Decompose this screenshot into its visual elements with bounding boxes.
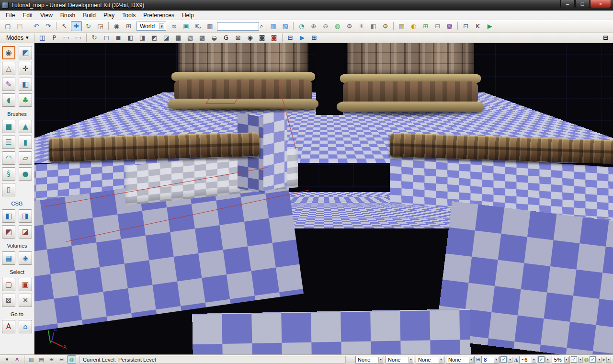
- emitter-button[interactable]: ✳: [356, 21, 367, 31]
- goto-builder-brush-button[interactable]: ⌂: [19, 320, 32, 333]
- menu-item[interactable]: View: [36, 11, 57, 20]
- modes-combo[interactable]: Modes ▾: [3, 34, 32, 42]
- open-map-button[interactable]: ▤: [14, 21, 25, 31]
- show-flags-button[interactable]: ◉: [245, 33, 256, 42]
- csg-intersect-button[interactable]: ◩: [2, 225, 15, 239]
- matinee-button[interactable]: ▥: [204, 21, 216, 31]
- menu-item[interactable]: Preferences: [139, 11, 178, 20]
- build-cover-button[interactable]: ⊟: [432, 21, 443, 31]
- foliage-mode-button[interactable]: ♣: [19, 93, 32, 107]
- decal-button[interactable]: ◧: [368, 21, 379, 31]
- rotation-grid-checkbox[interactable]: ✓: [538, 356, 545, 363]
- float-viewport-button[interactable]: ⊟: [600, 33, 611, 42]
- map-check-button[interactable]: ✕: [12, 355, 22, 364]
- shader-complexity-button[interactable]: ▧: [185, 33, 196, 42]
- scale-snap-menu-arrow[interactable]: ▾: [578, 357, 583, 363]
- csg-deintersect-button[interactable]: ◪: [19, 225, 32, 239]
- layout-2x2-button[interactable]: ⊞: [47, 355, 56, 364]
- play-in-editor-button[interactable]: ▶: [484, 21, 495, 31]
- lightmap-density-button[interactable]: ▩: [197, 33, 208, 42]
- unlit-view-button[interactable]: ◼: [113, 33, 124, 42]
- title-bar[interactable]: Tutorial_map - Unreal Development Kit (3…: [0, 0, 613, 11]
- toggle-realtime-button[interactable]: ↻: [89, 33, 100, 42]
- spiral-staircase-brush-button[interactable]: §: [2, 167, 15, 181]
- find-actors-button[interactable]: ∞: [169, 21, 180, 31]
- drag-grid-field[interactable]: 8 ▾: [481, 356, 499, 364]
- menu-item[interactable]: File: [2, 11, 19, 20]
- select-special-button[interactable]: ✕: [19, 294, 32, 307]
- minimize-button[interactable]: –: [560, 0, 575, 8]
- perspective-button[interactable]: P: [49, 33, 60, 42]
- reflections-button[interactable]: ◒: [209, 33, 220, 42]
- select-none-button[interactable]: ▣: [19, 278, 32, 291]
- cube-brush-button[interactable]: ■: [2, 120, 15, 133]
- lock-viewport-button[interactable]: ⊠: [233, 33, 244, 42]
- autosave-menu-arrow[interactable]: ▾: [597, 357, 602, 363]
- light-complexity-button[interactable]: ◪: [161, 33, 172, 42]
- new-map-button[interactable]: ▢: [2, 21, 13, 31]
- split-horizontal-button[interactable]: ▥: [27, 355, 36, 364]
- csg-add-button[interactable]: ◧: [2, 209, 15, 223]
- lathe-mode-button[interactable]: ◖: [2, 93, 15, 107]
- sheet-2-button[interactable]: ▭: [73, 33, 84, 42]
- camera-speed-button[interactable]: ◉: [111, 21, 122, 31]
- tools-gear-button[interactable]: ⚙: [380, 21, 391, 31]
- none-dropdown-3[interactable]: None ▾: [416, 356, 444, 364]
- rotation-grid-menu-arrow[interactable]: ▾: [545, 357, 550, 363]
- scale-snap-checkbox[interactable]: ✓: [571, 356, 577, 363]
- maximize-pane-button[interactable]: ◍: [67, 355, 76, 364]
- snap-settings-button[interactable]: ⊞: [123, 21, 134, 31]
- wireframe-view-button[interactable]: ◻: [101, 33, 112, 42]
- scale-snap-field[interactable]: 5% ▾: [552, 356, 570, 364]
- menu-item[interactable]: Brush: [57, 11, 79, 20]
- geometry-mode-button[interactable]: ◩: [19, 46, 32, 59]
- lit-view-button[interactable]: ◧: [125, 33, 136, 42]
- preferences-gear-button[interactable]: ⚙: [344, 21, 355, 31]
- geometry-tools-button[interactable]: ◔: [296, 21, 307, 31]
- perspective-viewport[interactable]: Y Z X: [34, 43, 613, 354]
- play-in-viewport-button[interactable]: ▶: [297, 33, 308, 42]
- scale-tool-button[interactable]: ◲: [95, 21, 106, 31]
- undo-button[interactable]: ↶: [31, 21, 42, 31]
- rotate-tool-button[interactable]: ↻: [83, 21, 94, 31]
- content-browser-button[interactable]: ▦: [268, 21, 279, 31]
- select-tool-button[interactable]: ↖: [59, 21, 70, 31]
- actor-classes-button[interactable]: ▧: [280, 21, 291, 31]
- volumetric-brush-button[interactable]: ▯: [2, 183, 15, 196]
- add-volume-button[interactable]: ▦: [2, 251, 15, 265]
- mesh-paint-mode-button[interactable]: ✎: [2, 78, 15, 91]
- menu-item[interactable]: Play: [100, 11, 118, 20]
- close-button[interactable]: ×: [590, 0, 611, 8]
- csg-subtract-button[interactable]: ◨: [19, 209, 32, 223]
- sheet-brush-button[interactable]: ▱: [19, 151, 32, 165]
- build-all-button[interactable]: ▩: [444, 21, 455, 31]
- kismet-button[interactable]: K,: [193, 21, 204, 31]
- build-geometry-button[interactable]: ▦: [396, 21, 407, 31]
- world-properties-button[interactable]: ◍: [332, 21, 343, 31]
- play-settings-button[interactable]: ⊡: [460, 21, 471, 31]
- viewport-options-button[interactable]: ⊟: [285, 33, 296, 42]
- search-actors-input[interactable]: [217, 22, 259, 31]
- attach-button[interactable]: ⊕: [308, 21, 319, 31]
- lighting-only-button[interactable]: ◩: [149, 33, 160, 42]
- detach-button[interactable]: ⊖: [320, 21, 331, 31]
- detail-lighting-button[interactable]: ◨: [137, 33, 148, 42]
- linear-staircase-brush-button[interactable]: ☰: [2, 136, 15, 149]
- layout-1x2-button[interactable]: ⊟: [57, 355, 66, 364]
- terrain-mode-button[interactable]: △: [2, 62, 15, 75]
- camera-mode-button[interactable]: ◉: [2, 46, 15, 59]
- translate-tool-button[interactable]: ✚: [71, 21, 82, 31]
- menu-item[interactable]: Help: [178, 11, 198, 20]
- sheet-1-button[interactable]: ▭: [61, 33, 72, 42]
- game-view-button[interactable]: G: [221, 33, 232, 42]
- autosave-checkbox[interactable]: ✓: [590, 356, 596, 363]
- camera-button[interactable]: ◙: [257, 33, 268, 42]
- cylinder-brush-button[interactable]: ▮: [19, 136, 32, 149]
- maximize-button[interactable]: □: [575, 0, 590, 8]
- curved-staircase-brush-button[interactable]: ◠: [2, 151, 15, 165]
- rotation-grid-field[interactable]: ~6 ▾: [519, 356, 537, 364]
- build-lighting-button[interactable]: ◐: [408, 21, 419, 31]
- none-dropdown-4[interactable]: None ▾: [446, 356, 475, 364]
- status-expand-button[interactable]: ▾: [2, 355, 11, 364]
- none-dropdown-1[interactable]: None ▾: [355, 356, 384, 364]
